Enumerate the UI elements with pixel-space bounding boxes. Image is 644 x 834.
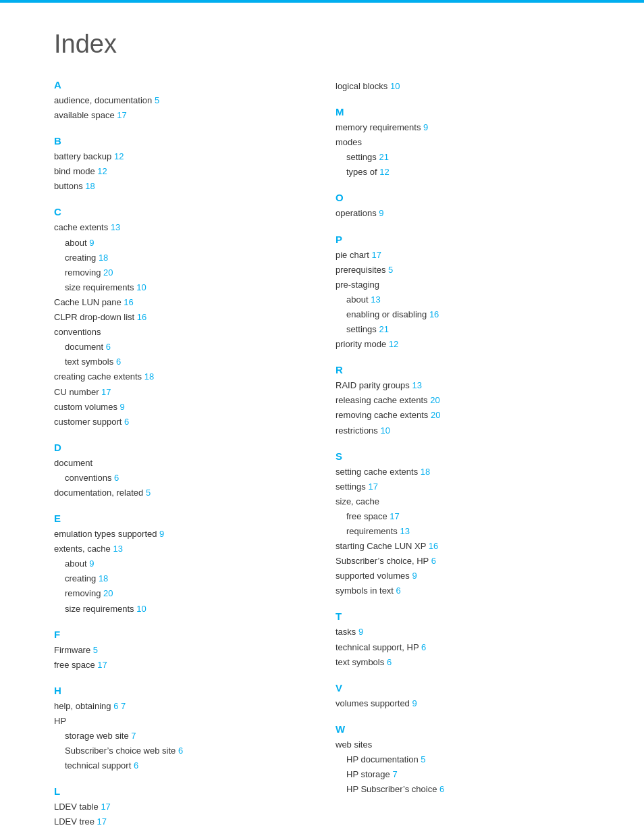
entry-page: 20 bbox=[103, 267, 113, 278]
entry-text: enabling or disabling bbox=[346, 309, 427, 319]
entry-text: HP documentation bbox=[346, 754, 419, 764]
entry-page: 12 bbox=[389, 339, 398, 349]
index-entry: CLPR drop-down list 16 bbox=[54, 310, 308, 325]
section-letter: T bbox=[336, 610, 590, 622]
section-letter: F bbox=[54, 629, 308, 640]
entry-page: 12 bbox=[114, 151, 124, 161]
entry-text: RAID parity groups bbox=[336, 380, 410, 390]
index-entry: HP Subscriber’s choice 6 bbox=[336, 782, 590, 797]
entry-text: customer support bbox=[54, 417, 122, 427]
entry-page: 20 bbox=[430, 395, 439, 405]
entry-page: 6 bbox=[134, 760, 138, 771]
index-entry: customer support 6 bbox=[54, 415, 308, 429]
index-entry: restrictions 10 bbox=[336, 423, 590, 438]
index-entry: HP storage 7 bbox=[336, 767, 590, 782]
entry-text: priority mode bbox=[336, 339, 386, 349]
index-entry: document 6 bbox=[54, 340, 308, 355]
entry-text: settings bbox=[346, 324, 377, 334]
entry-page: 16 bbox=[137, 312, 146, 322]
index-section: FFirmware 5free space 17 bbox=[54, 629, 308, 673]
entry-text: removing bbox=[65, 588, 101, 598]
index-entry: removing cache extents 20 bbox=[336, 408, 590, 423]
index-entry: conventions 6 bbox=[54, 471, 308, 486]
entry-page: 17 bbox=[390, 511, 399, 521]
index-entry: starting Cache LUN XP 16 bbox=[336, 539, 590, 554]
entry-text: battery backup bbox=[54, 151, 111, 161]
entry-page: 10 bbox=[136, 604, 146, 614]
entry-text: modes bbox=[336, 137, 362, 147]
entry-page: 6 bbox=[439, 784, 444, 794]
entry-page: 21 bbox=[379, 152, 388, 162]
index-entry: audience, documentation 5 bbox=[54, 93, 308, 108]
section-letter: B bbox=[54, 135, 308, 147]
entry-page: 13 bbox=[412, 380, 421, 390]
index-entry: documentation, related 5 bbox=[54, 486, 308, 500]
entry-page: 18 bbox=[99, 253, 108, 263]
index-entry: size requirements 10 bbox=[54, 280, 308, 295]
entry-page: 18 bbox=[421, 467, 430, 477]
entry-text: starting Cache LUN XP bbox=[336, 541, 426, 551]
entry-text: setting cache extents bbox=[336, 467, 418, 477]
entry-page: 13 bbox=[113, 544, 122, 554]
entry-text: settings bbox=[336, 481, 366, 492]
index-entry: operations 9 bbox=[336, 206, 590, 221]
entry-text: pie chart bbox=[336, 250, 369, 260]
index-entry: Firmware 5 bbox=[54, 643, 308, 658]
index-entry: supported volumes 9 bbox=[336, 569, 590, 583]
entry-page: 17 bbox=[97, 660, 107, 670]
index-entry: Subscriber’s choice web site 6 bbox=[54, 744, 308, 758]
index-entry: tasks 9 bbox=[336, 625, 590, 640]
entry-page: 9 bbox=[89, 558, 94, 569]
entry-text: size requirements bbox=[65, 604, 134, 614]
entry-text: size requirements bbox=[65, 282, 134, 292]
entry-text: Firmware bbox=[54, 645, 90, 655]
entry-page: 9 bbox=[120, 402, 125, 412]
index-entry: setting cache extents 18 bbox=[336, 465, 590, 479]
index-entry: volumes supported 9 bbox=[336, 696, 590, 711]
entry-text: conventions bbox=[54, 327, 101, 337]
index-entry: prerequisites 5 bbox=[336, 263, 590, 278]
entry-page: 17 bbox=[372, 250, 381, 260]
section-letter: R bbox=[336, 364, 590, 375]
entry-page: 16 bbox=[124, 297, 133, 307]
entry-page: 7 bbox=[392, 769, 397, 779]
index-entry: RAID parity groups 13 bbox=[336, 378, 590, 393]
index-entry: CU number 17 bbox=[54, 385, 308, 400]
entry-text: about bbox=[65, 558, 87, 569]
index-entry: pie chart 17 bbox=[336, 248, 590, 263]
entry-page: 17 bbox=[368, 481, 377, 492]
index-entry: size, cache bbox=[336, 494, 590, 509]
entry-text: size, cache bbox=[336, 496, 379, 506]
index-entry: text symbols 6 bbox=[54, 355, 308, 369]
entry-text: HP Subscriber’s choice bbox=[346, 784, 437, 794]
index-section: Bbattery backup 12bind mode 12buttons 18 bbox=[54, 135, 308, 194]
entry-page: 20 bbox=[103, 588, 113, 598]
index-section: Aaudience, documentation 5available spac… bbox=[54, 79, 308, 123]
entry-text: help, obtaining bbox=[54, 701, 111, 711]
index-section: Hhelp, obtaining 6 7HPstorage web site 7… bbox=[54, 685, 308, 773]
entry-page: 13 bbox=[400, 526, 410, 536]
page-title: Index bbox=[54, 30, 590, 59]
left-column: Aaudience, documentation 5available spac… bbox=[54, 79, 308, 834]
entry-page: 21 bbox=[379, 324, 388, 334]
entry-page: 7 bbox=[131, 731, 136, 741]
entry-text: storage web site bbox=[65, 731, 129, 741]
entry-text: available space bbox=[54, 110, 115, 120]
index-entry: about 13 bbox=[336, 292, 590, 307]
entry-page: 10 bbox=[136, 282, 146, 292]
entry-page: 16 bbox=[429, 541, 438, 551]
entry-page: 17 bbox=[117, 110, 126, 120]
index-entry: settings 17 bbox=[336, 479, 590, 494]
index-entry: document bbox=[54, 456, 308, 471]
entry-text: Cache LUN pane bbox=[54, 297, 122, 307]
index-entry: cache extents 13 bbox=[54, 220, 308, 235]
entry-text: supported volumes bbox=[336, 571, 410, 581]
index-entry: removing 20 bbox=[54, 265, 308, 280]
index-entry: memory requirements 9 bbox=[336, 120, 590, 135]
section-letter: E bbox=[54, 513, 308, 524]
entry-page: 6 bbox=[387, 657, 392, 667]
entry-text: custom volumes bbox=[54, 402, 117, 412]
index-entry: about 9 bbox=[54, 556, 308, 571]
entry-page: 6 bbox=[106, 342, 111, 352]
index-entry: Cache LUN pane 16 bbox=[54, 295, 308, 310]
